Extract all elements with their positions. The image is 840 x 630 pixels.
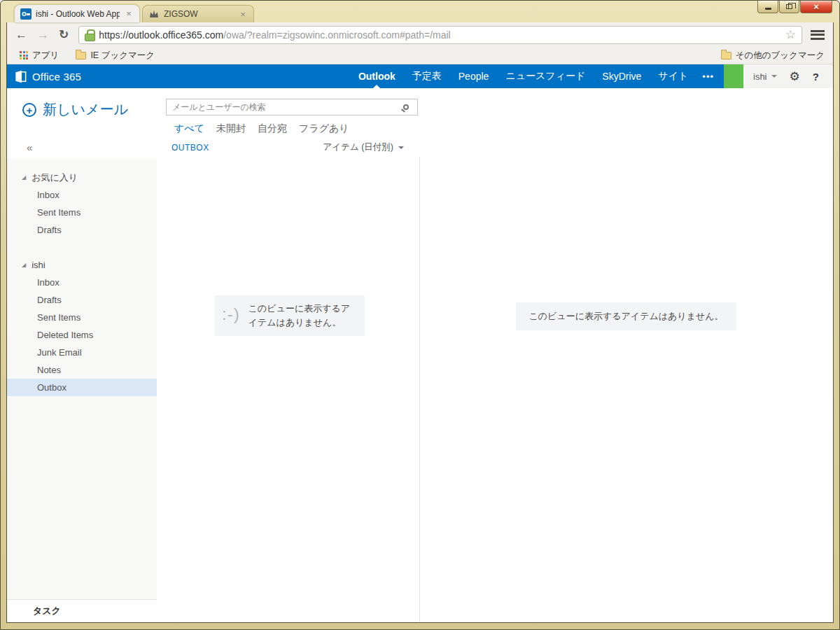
restore-icon — [786, 4, 792, 9]
url-host: https://outlook.office365.com — [99, 29, 223, 41]
window-controls: × — [757, 1, 832, 13]
sidebar-item-fav-drafts[interactable]: Drafts — [7, 221, 157, 239]
sidebar-item-sent[interactable]: Sent Items — [7, 309, 157, 326]
sidebar-item-inbox[interactable]: Inbox — [7, 274, 157, 291]
ssl-lock-icon[interactable] — [85, 29, 94, 40]
tab-title: ishi - Outlook Web App — [36, 9, 120, 19]
filter-unread[interactable]: 未開封 — [216, 122, 246, 135]
nav-calendar[interactable]: 予定表 — [412, 64, 442, 88]
office365-logo-icon — [14, 70, 27, 83]
user-name-label: ishi — [753, 71, 767, 82]
help-icon[interactable]: ? — [813, 71, 819, 83]
address-bar[interactable]: https://outlook.office365.com/owa/?realm… — [78, 26, 802, 44]
other-bookmarks-folder[interactable]: その他のブックマーク — [717, 50, 825, 62]
smiley-emoticon: :-) — [222, 302, 240, 327]
search-icon[interactable] — [403, 104, 409, 110]
sidebar-item-deleted[interactable]: Deleted Items — [7, 326, 157, 344]
folder-tree: ◢ お気に入り Inbox Sent Items Drafts ◢ ishi I… — [7, 159, 157, 599]
office365-header: Office 365 Outlook 予定表 People ニュースフィード S… — [7, 64, 833, 88]
browser-toolbar: ← → ↻ https://outlook.office365.com/owa/… — [7, 22, 833, 47]
sort-label: アイテム (日付別) — [323, 141, 393, 153]
new-mail-label: 新しいメール — [43, 100, 128, 119]
new-mail-button[interactable]: 新しいメール — [22, 100, 157, 119]
expand-triangle-icon: ◢ — [22, 174, 26, 181]
current-folder-title[interactable]: OUTBOX — [172, 143, 209, 153]
user-menu[interactable]: ishi — [753, 71, 777, 82]
message-list-pane: すべて 未開封 自分宛 フラグあり OUTBOX アイテム (日付別) :-) … — [157, 88, 419, 622]
folder-icon — [721, 52, 732, 59]
close-button[interactable]: × — [800, 1, 832, 13]
chevron-down-icon — [398, 146, 404, 149]
expand-triangle-icon: ◢ — [22, 262, 26, 268]
reading-pane: このビューに表示するアイテムはありません。 — [419, 88, 833, 622]
sidebar-item-junk[interactable]: Junk Email — [7, 344, 157, 361]
nav-outlook[interactable]: Outlook — [358, 64, 396, 88]
search-input[interactable] — [167, 102, 403, 112]
tree-group-favorites[interactable]: ◢ お気に入り — [7, 169, 157, 186]
tab-zigsow[interactable]: ZIGSOW × — [142, 5, 254, 22]
chrome-menu-icon[interactable] — [811, 30, 825, 40]
mail-app-main: 新しいメール « ◢ お気に入り Inbox Sent Items Drafts… — [7, 88, 833, 622]
browser-client-area: ← → ↻ https://outlook.office365.com/owa/… — [6, 22, 834, 623]
nav-newsfeed[interactable]: ニュースフィード — [505, 64, 585, 88]
filter-all[interactable]: すべて — [174, 122, 204, 135]
settings-gear-icon[interactable]: ⚙ — [790, 71, 800, 83]
empty-list-text: このビューに表示するアイテムはありません。 — [248, 302, 358, 330]
tab-close-icon[interactable]: × — [124, 8, 134, 19]
folder-icon — [76, 52, 86, 59]
apps-shortcut[interactable]: アプリ — [15, 50, 59, 62]
filter-tabs: すべて 未開封 自分宛 フラグあり — [174, 122, 419, 135]
sidebar-top: 新しいメール « — [7, 88, 157, 159]
empty-list-message: :-) このビューに表示するアイテムはありません。 — [215, 295, 365, 336]
account-label: ishi — [31, 260, 46, 270]
tab-strip: ishi - Outlook Web App × ZIGSOW × × — [1, 1, 839, 22]
office365-logo[interactable]: Office 365 — [14, 70, 81, 83]
browser-window: ishi - Outlook Web App × ZIGSOW × × ← → … — [0, 0, 840, 630]
tree-group-account[interactable]: ◢ ishi — [7, 256, 157, 274]
url-text: https://outlook.office365.com/owa/?realm… — [99, 29, 450, 41]
filter-flagged[interactable]: フラグあり — [299, 122, 349, 135]
tasks-link[interactable]: タスク — [33, 605, 61, 617]
sidebar-footer: タスク — [7, 599, 157, 622]
chevron-down-icon — [771, 75, 777, 78]
sidebar-item-drafts[interactable]: Drafts — [7, 291, 157, 309]
more-apps-icon[interactable]: ••• — [702, 71, 714, 82]
sort-selector[interactable]: アイテム (日付別) — [323, 141, 404, 153]
office365-brand-label: Office 365 — [32, 71, 81, 83]
sidebar-item-fav-inbox[interactable]: Inbox — [7, 186, 157, 204]
nav-skydrive[interactable]: SkyDrive — [602, 64, 641, 88]
outlook-favicon-icon — [20, 8, 31, 20]
back-icon[interactable]: ← — [15, 29, 27, 41]
zigsow-favicon-icon — [148, 8, 160, 20]
forward-icon[interactable]: → — [37, 29, 49, 41]
search-box — [166, 99, 418, 115]
sidebar-item-outbox[interactable]: Outbox — [7, 379, 157, 396]
other-bookmarks-label: その他のブックマーク — [736, 50, 825, 62]
minimize-icon — [765, 8, 771, 10]
presence-avatar[interactable] — [724, 64, 743, 88]
favorites-label: お気に入り — [31, 172, 78, 184]
minimize-button[interactable] — [757, 1, 778, 13]
filter-to-me[interactable]: 自分宛 — [258, 122, 287, 135]
list-header: OUTBOX アイテム (日付別) — [172, 141, 404, 153]
bookmark-folder-ie[interactable]: IE ブックマーク — [71, 50, 155, 62]
plus-circle-icon — [22, 103, 36, 117]
user-area: ishi ⚙ ? — [743, 64, 833, 88]
nav-people[interactable]: People — [458, 64, 489, 88]
apps-label: アプリ — [32, 50, 59, 62]
empty-reading-message: このビューに表示するアイテムはありません。 — [516, 302, 736, 330]
bookmark-star-icon[interactable]: ☆ — [785, 29, 796, 41]
tab-title: ZIGSOW — [164, 9, 234, 19]
url-path: /owa/?realm=zigsowinc.onmicrosoft.com#pa… — [223, 29, 450, 41]
collapse-pane-icon[interactable]: « — [27, 141, 157, 153]
refresh-icon[interactable]: ↻ — [59, 29, 69, 41]
restore-button[interactable] — [779, 1, 799, 13]
sidebar-item-notes[interactable]: Notes — [7, 361, 157, 379]
tab-outlook[interactable]: ishi - Outlook Web App × — [15, 5, 139, 22]
tab-close-icon[interactable]: × — [238, 9, 248, 20]
bookmarks-bar: アプリ IE ブックマーク その他のブックマーク — [7, 47, 833, 64]
nav-sites[interactable]: サイト — [658, 64, 688, 88]
suite-nav: Outlook 予定表 People ニュースフィード SkyDrive サイト… — [350, 64, 724, 88]
sidebar-item-fav-sent[interactable]: Sent Items — [7, 204, 157, 221]
apps-grid-icon — [20, 51, 28, 59]
